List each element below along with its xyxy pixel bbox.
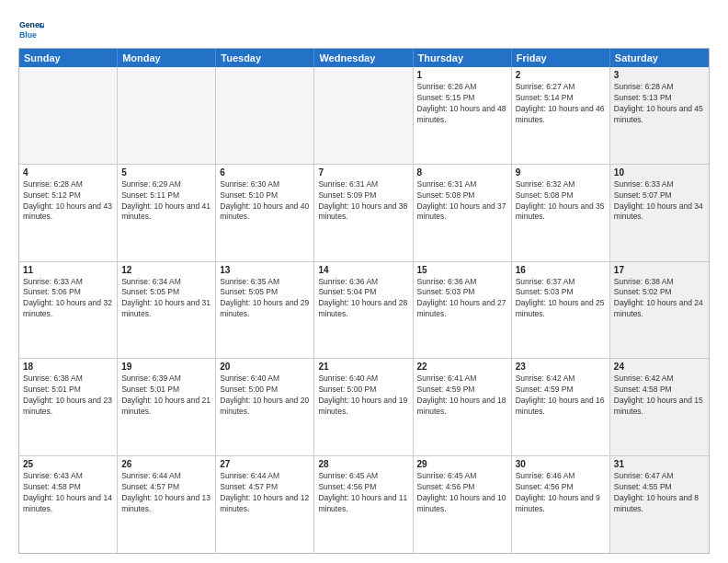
day-number: 30	[516, 459, 606, 469]
calendar-row: 25Sunrise: 6:43 AM Sunset: 4:58 PM Dayli…	[19, 456, 709, 553]
day-number: 1	[417, 70, 507, 80]
day-number: 29	[417, 459, 507, 469]
calendar-cell: 11Sunrise: 6:33 AM Sunset: 5:06 PM Dayli…	[19, 262, 118, 359]
calendar-cell: 18Sunrise: 6:38 AM Sunset: 5:01 PM Dayli…	[19, 359, 118, 455]
calendar: SundayMondayTuesdayWednesdayThursdayFrid…	[18, 48, 710, 554]
day-number: 6	[220, 167, 310, 178]
weekday-header: Friday	[512, 49, 610, 67]
day-info: Sunrise: 6:46 AM Sunset: 4:56 PM Dayligh…	[516, 471, 606, 515]
calendar-cell: 28Sunrise: 6:45 AM Sunset: 4:56 PM Dayli…	[314, 456, 413, 553]
day-number: 9	[516, 167, 606, 178]
day-number: 16	[516, 265, 606, 275]
logo: General Blue	[18, 17, 44, 42]
calendar-cell: 19Sunrise: 6:39 AM Sunset: 5:01 PM Dayli…	[118, 359, 216, 455]
day-number: 21	[318, 362, 408, 372]
day-info: Sunrise: 6:39 AM Sunset: 5:01 PM Dayligh…	[121, 373, 211, 418]
calendar-cell: 4Sunrise: 6:28 AM Sunset: 5:12 PM Daylig…	[19, 165, 118, 261]
calendar-cell: 29Sunrise: 6:45 AM Sunset: 4:56 PM Dayli…	[414, 456, 512, 553]
day-info: Sunrise: 6:27 AM Sunset: 5:14 PM Dayligh…	[516, 82, 606, 126]
day-number: 17	[614, 265, 705, 275]
weekday-header: Thursday	[414, 49, 512, 67]
calendar-cell: 20Sunrise: 6:40 AM Sunset: 5:00 PM Dayli…	[216, 359, 314, 455]
day-info: Sunrise: 6:42 AM Sunset: 4:58 PM Dayligh…	[614, 373, 705, 418]
day-number: 3	[614, 70, 705, 80]
calendar-header: SundayMondayTuesdayWednesdayThursdayFrid…	[19, 49, 709, 67]
day-info: Sunrise: 6:45 AM Sunset: 4:56 PM Dayligh…	[318, 471, 408, 515]
day-info: Sunrise: 6:28 AM Sunset: 5:13 PM Dayligh…	[614, 82, 705, 126]
day-number: 4	[23, 167, 113, 178]
day-info: Sunrise: 6:45 AM Sunset: 4:56 PM Dayligh…	[417, 471, 507, 515]
day-number: 5	[121, 167, 211, 178]
calendar-row: 4Sunrise: 6:28 AM Sunset: 5:12 PM Daylig…	[19, 165, 709, 262]
calendar-cell: 13Sunrise: 6:35 AM Sunset: 5:05 PM Dayli…	[216, 262, 314, 359]
calendar-cell: 5Sunrise: 6:29 AM Sunset: 5:11 PM Daylig…	[118, 165, 216, 261]
weekday-header: Wednesday	[314, 49, 413, 67]
day-info: Sunrise: 6:40 AM Sunset: 5:00 PM Dayligh…	[220, 373, 310, 418]
calendar-cell: 21Sunrise: 6:40 AM Sunset: 5:00 PM Dayli…	[314, 359, 413, 455]
day-info: Sunrise: 6:47 AM Sunset: 4:55 PM Dayligh…	[614, 471, 705, 515]
weekday-header: Monday	[118, 49, 216, 67]
day-info: Sunrise: 6:42 AM Sunset: 4:59 PM Dayligh…	[516, 373, 606, 418]
calendar-cell: 25Sunrise: 6:43 AM Sunset: 4:58 PM Dayli…	[19, 456, 118, 553]
calendar-cell: 23Sunrise: 6:42 AM Sunset: 4:59 PM Dayli…	[512, 359, 610, 455]
day-number: 7	[318, 167, 408, 178]
day-info: Sunrise: 6:37 AM Sunset: 5:03 PM Dayligh…	[516, 277, 606, 321]
weekday-header: Sunday	[19, 49, 118, 67]
calendar-cell: 16Sunrise: 6:37 AM Sunset: 5:03 PM Dayli…	[512, 262, 610, 359]
day-info: Sunrise: 6:31 AM Sunset: 5:09 PM Dayligh…	[318, 179, 408, 224]
calendar-cell: 31Sunrise: 6:47 AM Sunset: 4:55 PM Dayli…	[610, 456, 709, 553]
day-info: Sunrise: 6:38 AM Sunset: 5:02 PM Dayligh…	[614, 277, 705, 321]
calendar-cell	[314, 67, 413, 164]
day-number: 19	[121, 362, 211, 372]
calendar-cell: 8Sunrise: 6:31 AM Sunset: 5:08 PM Daylig…	[414, 165, 512, 261]
page: General Blue SundayMondayTuesdayWednesda…	[0, 0, 728, 563]
day-number: 28	[318, 459, 408, 469]
weekday-header: Saturday	[610, 49, 709, 67]
calendar-cell: 15Sunrise: 6:36 AM Sunset: 5:03 PM Dayli…	[414, 262, 512, 359]
day-number: 22	[417, 362, 507, 372]
day-number: 20	[220, 362, 310, 372]
day-number: 15	[417, 265, 507, 275]
calendar-cell: 27Sunrise: 6:44 AM Sunset: 4:57 PM Dayli…	[216, 456, 314, 553]
day-info: Sunrise: 6:34 AM Sunset: 5:05 PM Dayligh…	[121, 277, 211, 321]
calendar-row: 1Sunrise: 6:26 AM Sunset: 5:15 PM Daylig…	[19, 67, 709, 165]
day-number: 8	[417, 167, 507, 178]
header: General Blue	[18, 17, 710, 42]
calendar-cell: 3Sunrise: 6:28 AM Sunset: 5:13 PM Daylig…	[610, 67, 709, 164]
calendar-cell: 7Sunrise: 6:31 AM Sunset: 5:09 PM Daylig…	[314, 165, 413, 261]
day-number: 23	[516, 362, 606, 372]
calendar-cell	[216, 67, 314, 164]
day-info: Sunrise: 6:44 AM Sunset: 4:57 PM Dayligh…	[121, 471, 211, 515]
day-info: Sunrise: 6:38 AM Sunset: 5:01 PM Dayligh…	[23, 373, 113, 418]
calendar-cell: 9Sunrise: 6:32 AM Sunset: 5:08 PM Daylig…	[512, 165, 610, 261]
calendar-cell: 26Sunrise: 6:44 AM Sunset: 4:57 PM Dayli…	[118, 456, 216, 553]
day-info: Sunrise: 6:33 AM Sunset: 5:07 PM Dayligh…	[614, 179, 705, 224]
calendar-cell: 14Sunrise: 6:36 AM Sunset: 5:04 PM Dayli…	[314, 262, 413, 359]
day-info: Sunrise: 6:32 AM Sunset: 5:08 PM Dayligh…	[516, 179, 606, 224]
day-info: Sunrise: 6:43 AM Sunset: 4:58 PM Dayligh…	[23, 471, 113, 515]
day-info: Sunrise: 6:33 AM Sunset: 5:06 PM Dayligh…	[23, 277, 113, 321]
day-info: Sunrise: 6:30 AM Sunset: 5:10 PM Dayligh…	[220, 179, 310, 224]
calendar-row: 18Sunrise: 6:38 AM Sunset: 5:01 PM Dayli…	[19, 359, 709, 456]
day-number: 31	[614, 459, 705, 469]
calendar-cell: 24Sunrise: 6:42 AM Sunset: 4:58 PM Dayli…	[610, 359, 709, 455]
calendar-cell: 6Sunrise: 6:30 AM Sunset: 5:10 PM Daylig…	[216, 165, 314, 261]
svg-text:Blue: Blue	[19, 30, 37, 40]
day-info: Sunrise: 6:29 AM Sunset: 5:11 PM Dayligh…	[121, 179, 211, 224]
day-number: 12	[121, 265, 211, 275]
day-info: Sunrise: 6:44 AM Sunset: 4:57 PM Dayligh…	[220, 471, 310, 515]
calendar-cell: 12Sunrise: 6:34 AM Sunset: 5:05 PM Dayli…	[118, 262, 216, 359]
day-info: Sunrise: 6:40 AM Sunset: 5:00 PM Dayligh…	[318, 373, 408, 418]
calendar-cell: 17Sunrise: 6:38 AM Sunset: 5:02 PM Dayli…	[610, 262, 709, 359]
day-info: Sunrise: 6:31 AM Sunset: 5:08 PM Dayligh…	[417, 179, 507, 224]
day-number: 13	[220, 265, 310, 275]
calendar-cell: 1Sunrise: 6:26 AM Sunset: 5:15 PM Daylig…	[414, 67, 512, 164]
day-number: 14	[318, 265, 408, 275]
day-info: Sunrise: 6:36 AM Sunset: 5:03 PM Dayligh…	[417, 277, 507, 321]
day-number: 26	[121, 459, 211, 469]
day-number: 25	[23, 459, 113, 469]
logo-icon: General Blue	[18, 17, 44, 42]
day-info: Sunrise: 6:26 AM Sunset: 5:15 PM Dayligh…	[417, 82, 507, 126]
day-number: 24	[614, 362, 705, 372]
day-number: 2	[516, 70, 606, 80]
